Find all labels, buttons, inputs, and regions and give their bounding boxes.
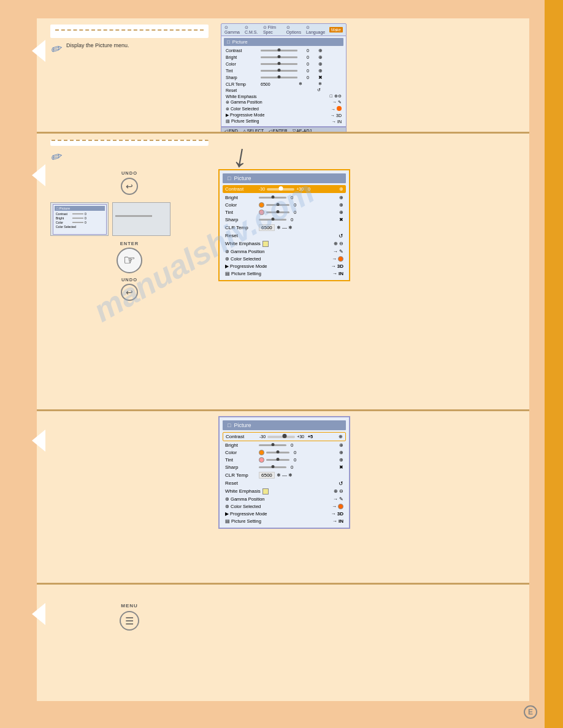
undo-section2: UNDO ↩ (50, 170, 209, 195)
bpm2-title: □ Picture (223, 420, 346, 430)
menu-ctrl: MENU ☰ (120, 603, 139, 633)
bpm2-tint: Tint 0 ⊕ (223, 456, 346, 463)
bpm1-picturesetting: ▤ Picture Setting → IN (223, 270, 346, 277)
thumb1: □ Picture Contrast 0 Bright 0 Color (50, 202, 109, 236)
section2-right: ↓ □ Picture Contrast -30 +30 0 ⊕ Bright (215, 134, 529, 409)
undo-circle-2: ↩ (121, 178, 138, 195)
pm-row-gamma-sm: ⊛ Gamma Position → ✎ (224, 99, 343, 105)
big-picture-menu-1: □ Picture Contrast -30 +30 0 ⊕ Bright 0 … (218, 169, 350, 281)
small-picture-menu: □ Picture Contrast 0 ⊕ Bright 0 ⊕ Color … (221, 36, 347, 127)
section3-left (37, 411, 215, 583)
pm-row-bright-sm: Bright 0 ⊕ (224, 54, 343, 61)
bpm1-title: □ Picture (223, 173, 346, 183)
section1: ✏ Display the Picture menu. ⊙ Gamma ⊙ C.… (37, 18, 529, 132)
bpm2-clrtemp: CLR Temp 6500 ❄ — ❄ (223, 471, 346, 479)
undo-section3: UNDO ↩ (50, 277, 209, 301)
section1-white-box (50, 25, 209, 38)
pm-row-color-sm: Color 0 ⊕ (224, 61, 343, 67)
enter-circle: ☞ (117, 248, 142, 273)
section1-note-text: Display the Picture menu. (66, 42, 129, 50)
top-menu-bar: ⊙ Gamma ⊙ C.M.S. ⊙ Film Spec ⊙ Options ⊙… (221, 23, 347, 36)
section4-left: MENU ☰ (37, 585, 215, 701)
thumb2 (112, 202, 170, 236)
pm-row-progressive-sm: ▶ Progressive Mode → 3D (224, 112, 343, 118)
tab-language: ⊙ Language (306, 25, 326, 34)
bpm1-progressive: ▶ Progressive Mode → 3D (223, 262, 346, 270)
bpm1-colorsel: ⊛ Color Selected → (223, 255, 346, 262)
pm-row-picturesetting-sm: ▤ Picture Setting → IN (224, 118, 343, 124)
big-picture-menu-2: □ Picture Contrast -30 +30 +5 ⊕ Bright 0… (218, 416, 350, 529)
section3-arrow-tab (32, 430, 45, 452)
section1-left: ✏ Display the Picture menu. (37, 18, 215, 132)
section2-arrow (32, 164, 45, 186)
section1-right: ⊙ Gamma ⊙ C.M.S. ⊙ Film Spec ⊙ Options ⊙… (215, 18, 529, 132)
pm-row-colorsel-sm: ⊛ Color Selected → (224, 105, 343, 112)
section1-dashed (55, 29, 204, 31)
bpm2-whiteemph: White Emphasis ⊕ ⊖ (223, 487, 346, 495)
picture-icon-sm: □ (227, 39, 230, 45)
bpm1-sharp: Sharp 0 ✖ (223, 216, 346, 223)
section4-arrow-tab (32, 603, 45, 625)
section2-left: ✏ UNDO ↩ □ Picture Contrast 0 (37, 134, 215, 409)
bpm2-colorsel: ⊛ Color Selected → (223, 502, 346, 510)
section2-note: ✏ (50, 150, 209, 165)
bpm1-clrtemp: CLR Temp 6500 ❄ — ❄ (223, 223, 346, 232)
pm-row-reset-sm: Reset ↺ (224, 87, 343, 93)
pm-row-contrast-sm: Contrast 0 ⊕ (224, 47, 343, 54)
undo-circle-3: ↩ (121, 284, 138, 301)
pm-row-clrtemp-sm: CLR Temp 6500 ❄ ❄ (224, 81, 343, 87)
section3-right: □ Picture Contrast -30 +30 +5 ⊕ Bright 0… (215, 411, 529, 583)
e-badge: E (524, 705, 537, 719)
pm-row-whiteemph-sm: White Emphasis □⊕⊖ (224, 93, 343, 99)
bpm1-bright: Bright 0 ⊕ (223, 194, 346, 201)
bpm2-progressive: ▶ Progressive Mode → 3D (223, 510, 346, 517)
bpm2-sharp: Sharp 0 ✖ (223, 463, 346, 471)
section4-right (215, 585, 529, 701)
bpm2-reset: Reset ↺ (223, 479, 346, 487)
arrow-down-icon: ↓ (231, 138, 252, 173)
enter-hand-icon: ☞ (123, 252, 136, 268)
tab-filmspec: ⊙ Film Spec (263, 25, 283, 34)
tab-gamma: ⊙ Gamma (224, 25, 241, 34)
right-accent-bar (545, 0, 563, 728)
section1-arrow (32, 40, 45, 62)
enter-section: ENTER ☞ (50, 241, 209, 275)
bpm1-gammapos: ⊛ Gamma Position → ✎ (223, 248, 346, 255)
bpm1-color: Color 0 ⊕ (223, 201, 346, 208)
tab-options: ⊙ Options (286, 25, 302, 34)
section2-white-box (50, 140, 209, 146)
bpm2-color: Color 0 ⊕ (223, 449, 346, 456)
bpm1-whiteemph: White Emphasis ⊕ ⊖ (223, 240, 346, 248)
pm-row-sharp-sm: Sharp 0 ✖ (224, 74, 343, 81)
tab-cms: ⊙ C.M.S. (245, 25, 259, 34)
note-icon-2: ✏ (48, 148, 63, 167)
section3: □ Picture Contrast -30 +30 +5 ⊕ Bright 0… (37, 411, 529, 583)
note-icon-1: ✏ (48, 40, 63, 59)
section2: ✏ UNDO ↩ □ Picture Contrast 0 (37, 134, 529, 409)
section1-note: ✏ Display the Picture menu. (50, 42, 209, 58)
tab-make: Make (329, 27, 343, 32)
bpm2-bright: Bright 0 ⊕ (223, 441, 346, 449)
bpm2-contrast: Contrast -30 +30 +5 ⊕ (223, 432, 346, 441)
menu-circle: ☰ (120, 611, 139, 631)
small-menu-title: □ Picture (224, 38, 343, 46)
bpm1-reset: Reset ↺ (223, 232, 346, 240)
bpm1-tint: Tint 0 ⊕ (223, 208, 346, 216)
section4: MENU ☰ (37, 585, 529, 701)
pm-row-tint-sm: Tint 0 ⊕ (224, 67, 343, 74)
bpm1-contrast-highlighted: Contrast -30 +30 0 ⊕ (223, 185, 346, 193)
thumb-row: □ Picture Contrast 0 Bright 0 Color (50, 202, 209, 236)
bpm2-picturesetting: ▤ Picture Setting → IN (223, 517, 346, 525)
bpm2-gammapos: ⊛ Gamma Position → ✎ (223, 495, 346, 502)
